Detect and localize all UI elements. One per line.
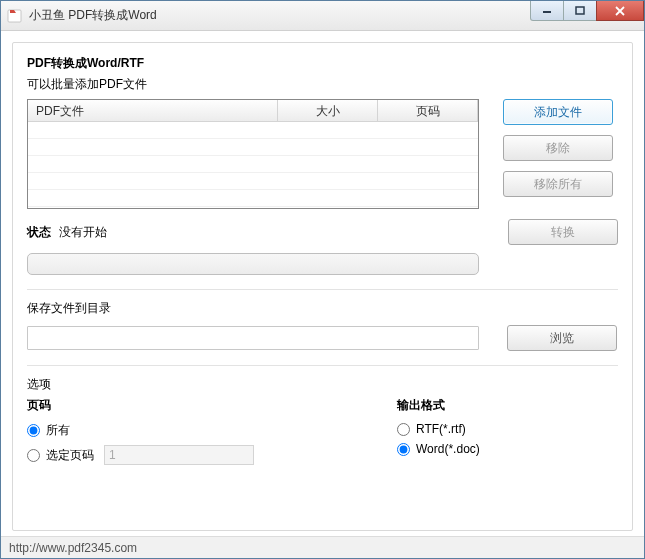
radio-all-pages-input[interactable] <box>27 424 40 437</box>
main-panel: PDF转换成Word/RTF 可以批量添加PDF文件 PDF文件 大小 页码 <box>12 42 633 531</box>
status-label: 状态 <box>27 224 51 241</box>
title-bar: 小丑鱼 PDF转换成Word <box>1 1 644 31</box>
format-label: 输出格式 <box>397 397 480 414</box>
progress-bar <box>27 253 479 275</box>
save-path-input[interactable] <box>27 326 479 350</box>
divider <box>27 289 618 290</box>
close-button[interactable] <box>596 1 644 21</box>
radio-format-rtf-label: RTF(*.rtf) <box>416 422 466 436</box>
radio-selected-pages[interactable]: 选定页码 <box>27 445 327 465</box>
radio-format-word-label: Word(*.doc) <box>416 442 480 456</box>
browse-button[interactable]: 浏览 <box>507 325 617 351</box>
remove-button[interactable]: 移除 <box>503 135 613 161</box>
table-row <box>28 156 478 173</box>
table-row <box>28 122 478 139</box>
file-table-body[interactable] <box>28 122 478 208</box>
radio-selected-pages-label: 选定页码 <box>46 447 94 464</box>
add-file-button[interactable]: 添加文件 <box>503 99 613 125</box>
status-bar: http://www.pdf2345.com <box>1 536 644 558</box>
radio-format-rtf-input[interactable] <box>397 423 410 436</box>
options-heading: 选项 <box>27 376 618 393</box>
radio-all-pages-label: 所有 <box>46 422 70 439</box>
maximize-button[interactable] <box>563 1 597 21</box>
table-row <box>28 173 478 190</box>
table-row <box>28 190 478 207</box>
col-header-page[interactable]: 页码 <box>378 100 478 121</box>
file-table: PDF文件 大小 页码 <box>27 99 479 209</box>
footer-url: http://www.pdf2345.com <box>9 541 137 555</box>
window-title: 小丑鱼 PDF转换成Word <box>29 7 157 24</box>
radio-format-word[interactable]: Word(*.doc) <box>397 442 480 456</box>
section-heading: PDF转换成Word/RTF <box>27 55 618 72</box>
radio-format-word-input[interactable] <box>397 443 410 456</box>
divider <box>27 365 618 366</box>
radio-selected-pages-input[interactable] <box>27 449 40 462</box>
minimize-button[interactable] <box>530 1 564 21</box>
radio-format-rtf[interactable]: RTF(*.rtf) <box>397 422 480 436</box>
status-value: 没有开始 <box>59 224 107 241</box>
table-row <box>28 139 478 156</box>
col-header-size[interactable]: 大小 <box>278 100 378 121</box>
selected-pages-input <box>104 445 254 465</box>
radio-all-pages[interactable]: 所有 <box>27 422 327 439</box>
convert-button[interactable]: 转换 <box>508 219 618 245</box>
remove-all-button[interactable]: 移除所有 <box>503 171 613 197</box>
section-subheading: 可以批量添加PDF文件 <box>27 76 618 93</box>
pages-label: 页码 <box>27 397 327 414</box>
save-label: 保存文件到目录 <box>27 300 618 317</box>
col-header-file[interactable]: PDF文件 <box>28 100 278 121</box>
app-icon <box>7 8 23 24</box>
svg-rect-2 <box>576 7 584 14</box>
window-controls <box>531 1 644 21</box>
file-table-header: PDF文件 大小 页码 <box>28 100 478 122</box>
